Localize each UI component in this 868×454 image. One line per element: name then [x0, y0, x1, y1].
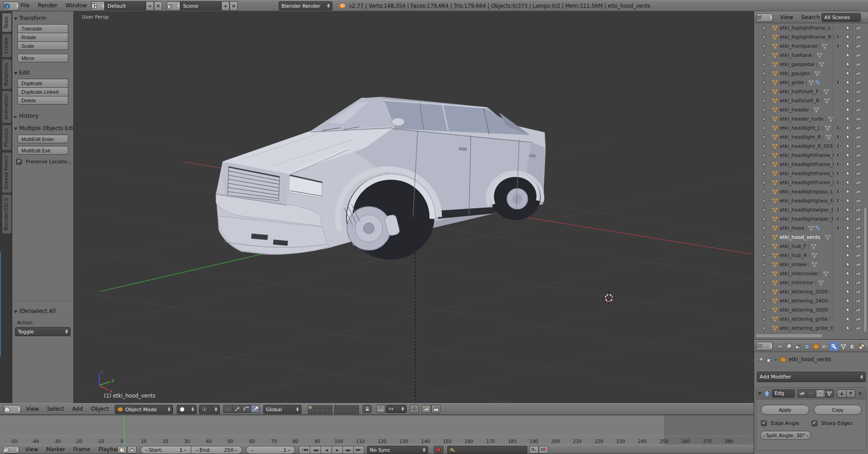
view3d-menu-add[interactable]: Add: [68, 404, 87, 414]
selectability-toggle[interactable]: [842, 251, 853, 260]
modifier-editmode-toggle[interactable]: [816, 389, 825, 398]
mesh-object-icon[interactable]: [772, 289, 778, 295]
render-toggle[interactable]: [853, 69, 863, 78]
object-name[interactable]: etki_intmirror: [780, 280, 813, 286]
layer-toggle[interactable]: [318, 405, 322, 409]
screen-layout-name[interactable]: Default: [105, 1, 146, 10]
menu-render[interactable]: Render: [34, 0, 61, 11]
mesh-object-icon[interactable]: [772, 307, 778, 313]
viewport-3d[interactable]: z y x User Persp (1) etki_hood_vents: [74, 11, 754, 403]
layer-toggle[interactable]: [308, 410, 312, 414]
area-resize-corner[interactable]: [862, 341, 868, 347]
layer-toggle[interactable]: [323, 405, 327, 409]
mesh-object-icon[interactable]: [772, 280, 778, 286]
render-toggle[interactable]: [853, 187, 863, 196]
area-resize-corner[interactable]: [0, 449, 6, 454]
play-button[interactable]: ▶: [332, 446, 342, 454]
object-name[interactable]: etki_lettering_grille: [780, 316, 828, 322]
mesh-data-icon[interactable]: [808, 225, 814, 231]
mesh-object-icon[interactable]: [772, 171, 778, 177]
selectability-toggle[interactable]: [842, 41, 853, 50]
render-toggle[interactable]: [853, 60, 863, 69]
mesh-object-icon[interactable]: [772, 25, 778, 31]
object-name[interactable]: etki_hood_vents: [780, 234, 820, 240]
visibility-toggle[interactable]: [832, 251, 842, 260]
object-name[interactable]: etki_lettering_3000: [780, 307, 828, 313]
render-toggle[interactable]: [853, 205, 863, 214]
snap-toggle[interactable]: [376, 405, 385, 413]
sharp-edges-checkbox[interactable]: [812, 420, 817, 426]
outliner-item-etki_hood_vents[interactable]: etki_hood_vents|: [754, 232, 868, 242]
tool-tab-tools[interactable]: Tools: [2, 13, 11, 32]
visibility-toggle[interactable]: [832, 23, 842, 32]
manipulator-translate-toggle[interactable]: [232, 405, 241, 413]
snap-element-select[interactable]: ▲▼: [386, 405, 407, 413]
editor-type-button[interactable]: ▲▼: [756, 13, 773, 22]
render-toggle[interactable]: [853, 260, 863, 269]
modifier-render-toggle[interactable]: [797, 389, 807, 398]
layer-toggle[interactable]: [323, 410, 327, 414]
selectability-toggle[interactable]: [842, 205, 853, 214]
mesh-object-icon[interactable]: [772, 252, 778, 258]
outliner-item-etki_headlightwiper_R[interactable]: etki_headlightwiper_R: [754, 214, 868, 223]
panel-transform-header[interactable]: ▼Transform: [12, 13, 73, 23]
mesh-data-icon[interactable]: [813, 107, 819, 113]
modifier-wrench-icon[interactable]: [815, 225, 821, 231]
object-name[interactable]: etki_headlightglass_R: [780, 198, 833, 204]
mesh-data-icon[interactable]: [825, 125, 831, 131]
outliner-item-etki_frontpanel[interactable]: etki_frontpanel|: [754, 41, 868, 50]
object-name[interactable]: etki_hub_R: [780, 252, 807, 258]
split-angle-slider[interactable]: ◂ Split Angle: 30° ▸: [760, 431, 811, 440]
increment-arrow-icon[interactable]: ▸: [234, 448, 239, 452]
view3d-menu-object[interactable]: Object: [87, 404, 113, 414]
render-toggle[interactable]: [853, 323, 863, 333]
mesh-object-icon[interactable]: [772, 80, 778, 86]
modifier-viewport-toggle[interactable]: [807, 389, 816, 398]
visibility-toggle[interactable]: [832, 69, 842, 78]
visibility-toggle[interactable]: [832, 223, 842, 232]
selectability-toggle[interactable]: [842, 242, 853, 251]
visibility-toggle[interactable]: [832, 214, 842, 223]
object-name[interactable]: etki_gaspedal: [780, 61, 814, 67]
next-keyframe-button[interactable]: ▶▶: [342, 446, 353, 454]
object-name[interactable]: etki_headlightframe_L_: [780, 161, 833, 167]
orientation-select[interactable]: Global▲▼: [263, 405, 301, 414]
selectability-toggle[interactable]: [842, 105, 853, 114]
outliner-item-etki_hub_R[interactable]: etki_hub_R|: [754, 251, 868, 260]
visibility-toggle[interactable]: [832, 314, 842, 323]
mesh-object-icon[interactable]: [772, 189, 778, 195]
object-name[interactable]: etki_headlight_L: [780, 125, 820, 131]
mesh-object-icon[interactable]: [772, 325, 778, 331]
modifier-move-up-button[interactable]: ▲: [837, 389, 846, 398]
visibility-toggle[interactable]: [832, 187, 842, 196]
object-name[interactable]: etki_headlight_R_001: [780, 143, 833, 149]
editor-type-button[interactable]: ▲▼: [756, 342, 773, 350]
selectability-toggle[interactable]: [842, 305, 853, 314]
visibility-toggle[interactable]: [832, 141, 842, 151]
outliner-item-etki_headlight_R_001[interactable]: etki_headlight_R_001: [754, 141, 868, 151]
modifier-cage-toggle[interactable]: [825, 389, 834, 398]
object-name[interactable]: etki_halfshaft_F: [780, 89, 819, 95]
selectability-toggle[interactable]: [842, 151, 853, 160]
mesh-data-icon[interactable]: [814, 71, 820, 76]
visibility-toggle[interactable]: [832, 232, 842, 242]
mesh-object-icon[interactable]: [772, 61, 778, 67]
render-toggle[interactable]: [853, 169, 863, 178]
outliner-item-etki_headlightglass_R[interactable]: etki_headlightglass_R: [754, 196, 868, 205]
prev-keyframe-button[interactable]: ◀◀: [310, 446, 321, 454]
visibility-toggle[interactable]: [832, 87, 842, 96]
visibility-toggle[interactable]: [832, 114, 842, 123]
multiedit-exit-button[interactable]: MultiEdit Exit: [17, 146, 68, 155]
object-name[interactable]: etki_hub_F: [780, 243, 807, 249]
mesh-data-icon[interactable]: [825, 234, 831, 240]
object-name[interactable]: etki_halfshaft_R: [780, 98, 819, 104]
visibility-toggle[interactable]: [832, 323, 842, 333]
layer-toggle[interactable]: [339, 405, 344, 409]
object-name[interactable]: etki_headlightframe_R_: [780, 180, 833, 186]
outliner-item-etki_headlightframe_R_[interactable]: etki_headlightframe_R_: [754, 178, 868, 187]
edge-angle-checkbox[interactable]: [761, 420, 767, 426]
outliner-item-etki_lettering_2000[interactable]: etki_lettering_2000|: [754, 287, 868, 296]
selectability-toggle[interactable]: [842, 296, 853, 305]
selectability-toggle[interactable]: [842, 32, 853, 41]
selectability-toggle[interactable]: [842, 214, 853, 223]
